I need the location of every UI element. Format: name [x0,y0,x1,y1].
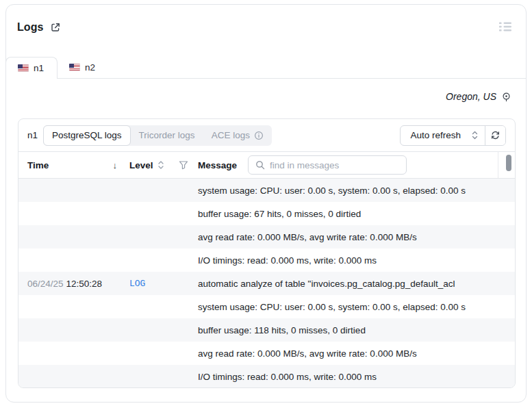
log-time-cell [27,186,129,196]
node-tab-n1[interactable]: n1 [5,57,58,79]
header-spacer [498,152,498,178]
node-tab-n2[interactable]: n2 [58,57,108,78]
log-time-cell [27,325,129,335]
log-row[interactable]: I/O timings: read: 0.000 ms, write: 0.00… [18,365,515,388]
log-message-cell: I/O timings: read: 0.000 ms, write: 0.00… [198,255,515,266]
log-time-cell [27,232,129,242]
logs-card: Logs n1 n2 [5,4,527,403]
search-icon [255,160,265,170]
layout-list-icon[interactable] [498,21,512,32]
log-row[interactable]: 06/24/2512:50:28 LOG automatic analyze o… [18,272,515,295]
log-level-cell: LOG [129,279,198,289]
auto-refresh-label: Auto refresh [410,130,461,140]
us-flag-icon [18,64,29,72]
filter-icon[interactable] [179,160,188,170]
log-message-cell: I/O timings: read: 0.000 ms, write: 0.00… [198,372,515,382]
screen: Logs n1 n2 [0,0,532,408]
log-message-cell: buffer usage: 118 hits, 0 misses, 0 dirt… [198,325,515,335]
auto-refresh-select[interactable]: Auto refresh [401,126,485,145]
log-time-cell [27,348,129,359]
log-row[interactable]: buffer usage: 118 hits, 0 misses, 0 dirt… [18,318,515,342]
log-message-cell: avg read rate: 0.000 MB/s, avg write rat… [198,348,515,359]
region-label: Oregon, US [446,91,496,102]
tab-label: PostgreSQL logs [52,130,122,140]
card-header: Logs [17,21,61,34]
us-flag-icon [69,64,80,71]
log-message-cell: system usage: CPU: user: 0.00 s, system:… [198,186,515,196]
chevron-up-down-icon [472,131,478,140]
message-search [248,155,407,175]
refresh-controls: Auto refresh [400,125,506,146]
column-header-message: Message [198,160,237,170]
scrollbar-thumb[interactable] [506,155,511,171]
page-title: Logs [17,21,44,34]
logs-toolbar: n1 PostgreSQL logs Tricorder logs ACE lo… [18,119,515,152]
log-row[interactable]: avg read rate: 0.000 MB/s, avg write rat… [18,342,515,365]
log-message-cell: automatic analyze of table "invoices.pg_… [198,279,515,289]
table-header: Time ↓ Level [18,152,515,179]
search-input[interactable] [270,160,399,170]
log-message-cell: avg read rate: 0.000 MB/s, avg write rat… [198,232,515,242]
location-icon [501,92,511,102]
node-tab-label: n1 [34,63,44,73]
log-row[interactable]: I/O timings: read: 0.000 ms, write: 0.00… [18,248,515,272]
region-indicator: Oregon, US [446,91,511,102]
column-header-time[interactable]: Time [27,160,49,170]
log-row[interactable]: system usage: CPU: user: 0.00 s, system:… [18,179,515,202]
tab-postgresql-logs[interactable]: PostgreSQL logs [43,125,131,146]
tab-label: Tricorder logs [139,130,195,140]
tab-ace-logs[interactable]: ACE logs [203,125,272,146]
log-type-tabs: PostgreSQL logs Tricorder logs ACE logs [43,125,272,146]
tab-label: ACE logs [212,130,250,140]
refresh-button[interactable] [485,126,505,145]
open-external-icon[interactable] [50,22,61,33]
log-time-cell [27,255,129,266]
node-tab-strip: n1 n2 [5,58,527,79]
log-row[interactable]: buffer usage: 67 hits, 0 misses, 0 dirti… [18,202,515,225]
column-header-level[interactable]: Level [129,160,153,170]
log-time-cell [27,302,129,312]
log-row[interactable]: avg read rate: 0.000 MB/s, avg write rat… [18,225,515,248]
info-icon [254,131,264,140]
log-rows: system usage: CPU: user: 0.00 s, system:… [18,179,515,388]
log-message-cell: buffer usage: 67 hits, 0 misses, 0 dirti… [198,209,515,219]
tab-tricorder-logs[interactable]: Tricorder logs [131,125,203,146]
node-label: n1 [27,130,38,140]
logs-panel: n1 PostgreSQL logs Tricorder logs ACE lo… [18,118,516,388]
sort-toggle-icon[interactable] [157,160,164,170]
log-time-cell [27,372,129,382]
log-message-cell: system usage: CPU: user: 0.00 s, system:… [198,302,515,312]
log-time-cell [27,209,129,219]
log-time-cell: 06/24/2512:50:28 [27,279,129,289]
sort-descending-icon[interactable]: ↓ [113,160,118,170]
log-row[interactable]: system usage: CPU: user: 0.00 s, system:… [18,295,515,318]
node-tab-label: n2 [85,62,95,73]
